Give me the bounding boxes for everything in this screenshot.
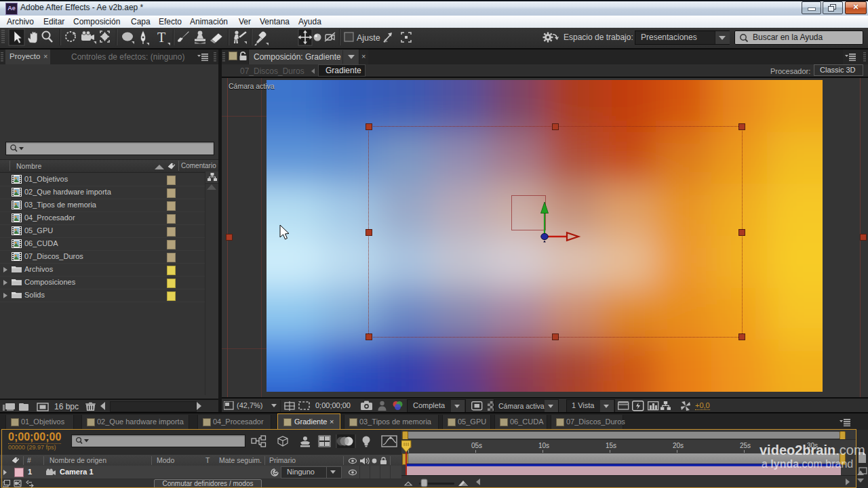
svg-text:Ajuste: Ajuste	[357, 33, 380, 43]
svg-text:T: T	[157, 30, 165, 45]
